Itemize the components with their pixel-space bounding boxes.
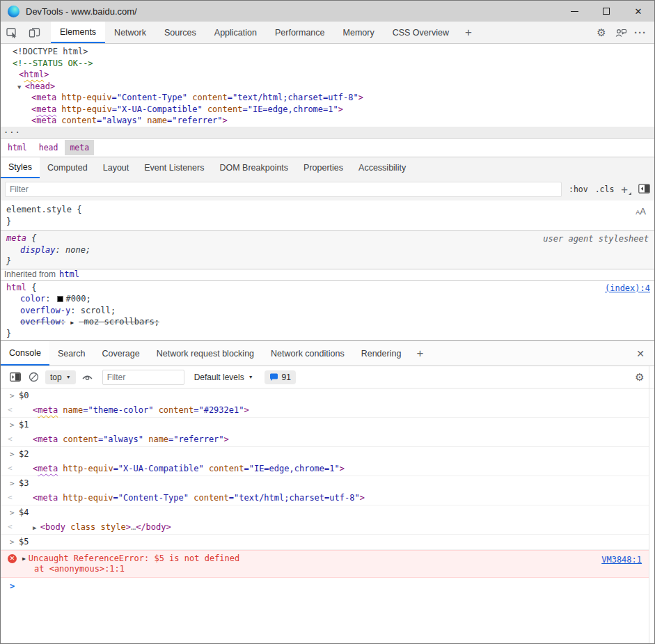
console-command[interactable]: >$1 <box>1 418 649 432</box>
declaration-color[interactable]: color: #000; <box>3 293 652 305</box>
close-drawer-button[interactable]: ✕ <box>626 341 654 366</box>
node-more-actions-icon[interactable]: ... <box>3 125 21 136</box>
tree-node-status-comment[interactable]: <!--STATUS OK--> <box>1 58 654 70</box>
tab-dom-breakpoints[interactable]: DOM Breakpoints <box>212 157 296 178</box>
chevron-down-icon: ▼ <box>248 375 253 379</box>
tab-search[interactable]: Search <box>49 341 94 366</box>
error-source-link[interactable]: VM3848:1 <box>601 555 642 565</box>
tab-properties[interactable]: Properties <box>296 157 351 178</box>
command-chevron-icon: > <box>10 391 19 400</box>
clear-console-button[interactable] <box>24 372 42 382</box>
declaration-overflow-overridden[interactable]: overflow: ▶ -moz-scrollbars; <box>3 316 652 328</box>
minimize-button[interactable] <box>558 1 590 22</box>
javascript-context-select[interactable]: top ▼ <box>45 370 76 384</box>
tab-sources[interactable]: Sources <box>155 22 205 43</box>
breadcrumb-head[interactable]: head <box>34 140 63 155</box>
console-command[interactable]: >$4 <box>1 505 649 520</box>
console-prompt[interactable]: > <box>1 578 649 595</box>
inspect-element-button[interactable] <box>1 22 23 43</box>
tab-rendering[interactable]: Rendering <box>353 341 410 366</box>
tab-performance[interactable]: Performance <box>266 22 334 43</box>
adjust-font-icon[interactable]: AA <box>636 206 646 217</box>
show-computed-sidebar-button[interactable] <box>638 184 650 196</box>
console-result[interactable]: <<meta http-equiv="Content-Type" content… <box>1 491 649 505</box>
tree-node-head[interactable]: ▼ <head> <box>1 81 654 93</box>
console-settings-button[interactable]: ⚙ <box>631 371 649 384</box>
console-command[interactable]: >$2 <box>1 447 649 462</box>
close-icon: ✕ <box>635 6 642 17</box>
add-panel-button[interactable]: + <box>458 22 479 43</box>
main-toolbar: Elements Network Sources Application Per… <box>1 22 654 44</box>
tree-node-html[interactable]: <html> <box>1 69 654 81</box>
tab-application[interactable]: Application <box>205 22 266 43</box>
minimize-icon <box>571 11 578 12</box>
stylesheet-source-link[interactable]: (index):4 <box>605 283 650 293</box>
tab-console[interactable]: Console <box>1 341 49 366</box>
tab-memory[interactable]: Memory <box>334 22 384 43</box>
tree-node-doctype[interactable]: <!DOCTYPE html> <box>1 46 654 58</box>
tab-layout[interactable]: Layout <box>95 157 137 178</box>
new-style-rule-button[interactable]: + <box>621 183 631 196</box>
tab-network-conditions[interactable]: Network conditions <box>262 341 353 366</box>
element-style-rule[interactable]: element.style { } AA <box>1 201 654 231</box>
toggle-class-button[interactable]: .cls <box>595 184 615 194</box>
create-live-expression-button[interactable] <box>79 372 97 382</box>
console-command[interactable]: >$3 <box>1 476 649 491</box>
styles-filter-input[interactable] <box>5 182 562 197</box>
toggle-device-toolbar-button[interactable] <box>23 22 45 43</box>
console-command[interactable]: >$5 <box>1 535 649 549</box>
result-chevron-icon: < <box>8 493 17 502</box>
more-options-button[interactable]: ··· <box>631 22 650 43</box>
log-levels-select[interactable]: Default levels ▼ <box>194 372 253 382</box>
tab-computed[interactable]: Computed <box>40 157 95 178</box>
declaration-overflow-y[interactable]: overflow-y: scroll; <box>3 305 652 317</box>
feedback-button[interactable] <box>611 22 631 43</box>
console-result-body[interactable]: <▶ <body class style>…</body> <box>1 520 649 535</box>
close-button[interactable]: ✕ <box>622 1 654 22</box>
console-filter-input[interactable] <box>102 370 184 385</box>
tab-network[interactable]: Network <box>105 22 155 43</box>
console-result[interactable]: <<meta name="theme-color" content="#2932… <box>1 403 649 418</box>
breadcrumb-meta[interactable]: meta <box>65 140 94 155</box>
console-result[interactable]: <<meta content="always" name="referrer"> <box>1 432 649 447</box>
console-error-message[interactable]: ✕ ▶ Uncaught ReferenceError: $5 is not d… <box>1 550 649 578</box>
device-toolbar-icon <box>29 27 40 38</box>
user-agent-style-rule[interactable]: meta { display: none; } user agent style… <box>1 231 654 269</box>
tab-event-listeners[interactable]: Event Listeners <box>136 157 212 178</box>
inherited-html-link[interactable]: html <box>59 269 79 279</box>
console-command[interactable]: >$0 <box>1 388 649 403</box>
console-toolbar: top ▼ Default levels ▼ 91 ⚙ <box>1 366 654 388</box>
error-stack-frame: at <anonymous>:1:1 <box>1 564 649 574</box>
tab-styles[interactable]: Styles <box>1 157 40 178</box>
tab-css-overview[interactable]: CSS Overview <box>384 22 458 43</box>
window-title: DevTools - www.baidu.com/ <box>26 6 137 17</box>
console-messages: >$0 <<meta name="theme-color" content="#… <box>1 388 649 595</box>
show-console-sidebar-button[interactable] <box>6 372 24 382</box>
sidebar-panel-icon <box>638 184 650 194</box>
command-chevron-icon: > <box>10 479 19 488</box>
tab-accessibility[interactable]: Accessibility <box>351 157 413 178</box>
issues-counter[interactable]: 91 <box>265 370 296 384</box>
toggle-hover-state-button[interactable]: :hov <box>569 184 588 194</box>
result-chevron-icon: < <box>8 464 17 473</box>
gear-icon: ⚙ <box>597 26 606 39</box>
tab-elements[interactable]: Elements <box>51 22 105 43</box>
breadcrumb-html[interactable]: html <box>3 140 32 155</box>
tab-coverage[interactable]: Coverage <box>93 341 148 366</box>
tree-node-meta-content-type[interactable]: <meta http-equiv="Content-Type" content=… <box>1 92 654 104</box>
tree-node-meta-xua-compatible[interactable]: <meta http-equiv="X-UA-Compatible" conte… <box>1 104 654 116</box>
console-result[interactable]: <<meta http-equiv="X-UA-Compatible" cont… <box>1 462 649 476</box>
settings-button[interactable]: ⚙ <box>592 22 611 43</box>
add-drawer-tab-button[interactable]: + <box>409 341 430 366</box>
inherited-from-header: Inherited from html <box>1 269 654 281</box>
tree-node-meta-referrer[interactable]: <meta content="always" name="referrer"> <box>1 115 654 127</box>
maximize-button[interactable] <box>590 1 622 22</box>
drawer-tabs: Console Search Coverage Network request … <box>1 341 654 366</box>
html-style-rule[interactable]: html { color: #000; overflow-y: scroll; … <box>1 281 654 341</box>
titlebar: DevTools - www.baidu.com/ ✕ <box>1 1 654 22</box>
console-scrollbar[interactable] <box>649 366 649 643</box>
tree-node-meta-theme-color-selected[interactable]: ...<meta name="theme-color" content="#29… <box>1 127 654 139</box>
expand-error-icon[interactable]: ▶ <box>22 553 26 564</box>
tab-network-request-blocking[interactable]: Network request blocking <box>148 341 262 366</box>
feedback-icon <box>615 28 627 38</box>
